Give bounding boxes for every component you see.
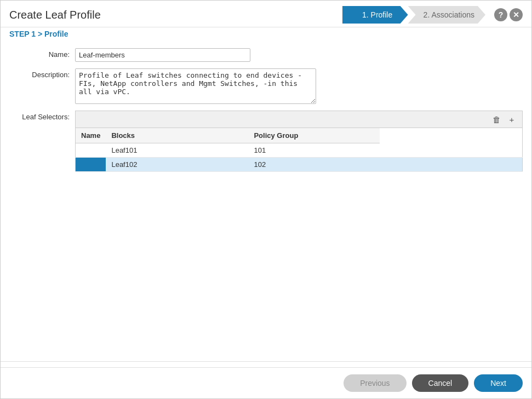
description-input[interactable]: Profile of Leaf switches connecting to e… bbox=[75, 68, 316, 104]
cell-blocks: 102 bbox=[248, 158, 380, 172]
header-icons: 1. Profile 2. Associations ? ✕ bbox=[342, 6, 523, 24]
step-container: 1. Profile 2. Associations bbox=[342, 6, 485, 24]
cell-policy-group bbox=[380, 143, 522, 158]
step-2-associations[interactable]: 2. Associations bbox=[408, 6, 485, 24]
leaf-selectors-row: Leaf Selectors: 🗑 + bbox=[9, 111, 523, 172]
previous-button[interactable]: Previous bbox=[344, 374, 406, 392]
col-header-policy-group: Policy Group bbox=[248, 128, 380, 143]
create-leaf-profile-dialog: Create Leaf Profile 1. Profile 2. Associ… bbox=[0, 0, 532, 399]
cell-policy-group bbox=[380, 158, 522, 172]
dialog-title: Create Leaf Profile bbox=[9, 9, 101, 21]
table-row[interactable]: Leaf102102 bbox=[76, 158, 523, 172]
dialog-footer: Previous Cancel Next bbox=[1, 367, 531, 398]
help-button[interactable]: ? bbox=[494, 8, 507, 21]
leaf-selectors-table-area: 🗑 + Name Blocks Policy Group bbox=[75, 111, 523, 172]
dialog-header: Create Leaf Profile 1. Profile 2. Associ… bbox=[1, 1, 531, 27]
leaf-selectors-label: Leaf Selectors: bbox=[9, 111, 75, 121]
description-label: Description: bbox=[9, 68, 75, 79]
table-toolbar: 🗑 + bbox=[75, 111, 523, 128]
table-row[interactable]: Leaf101101 bbox=[76, 143, 523, 158]
wizard-steps: 1. Profile 2. Associations bbox=[342, 6, 485, 24]
leaf-selectors-table: Name Blocks Policy Group Leaf101101Leaf1… bbox=[75, 128, 523, 172]
name-label: Name: bbox=[9, 48, 75, 59]
row-selected-indicator bbox=[76, 158, 106, 172]
next-button[interactable]: Next bbox=[474, 374, 523, 392]
cancel-button[interactable]: Cancel bbox=[412, 374, 469, 392]
col-header-name: Name bbox=[76, 128, 106, 143]
cell-name: Leaf101 bbox=[106, 143, 248, 158]
dialog-body: STEP 1 > Profile Name: Description: Prof… bbox=[1, 27, 531, 356]
col-header-blocks: Blocks bbox=[106, 128, 248, 143]
breadcrumb-area: STEP 1 > Profile bbox=[1, 27, 531, 44]
delete-icon: 🗑 bbox=[493, 115, 501, 124]
close-button[interactable]: ✕ bbox=[510, 8, 523, 21]
name-input[interactable] bbox=[75, 48, 250, 62]
description-row: Description: Profile of Leaf switches co… bbox=[9, 68, 523, 104]
footer-divider bbox=[1, 361, 531, 362]
step-1-profile[interactable]: 1. Profile bbox=[342, 6, 408, 24]
add-icon: + bbox=[510, 115, 514, 124]
table-header-row: Name Blocks Policy Group bbox=[76, 128, 523, 143]
cell-name: Leaf102 bbox=[106, 158, 248, 172]
name-row: Name: bbox=[9, 48, 523, 62]
cell-blocks: 101 bbox=[248, 143, 380, 158]
breadcrumb: STEP 1 > Profile bbox=[9, 30, 68, 38]
add-selector-button[interactable]: + bbox=[506, 113, 518, 125]
form-area: Name: Description: Profile of Leaf switc… bbox=[1, 44, 531, 356]
delete-selector-button[interactable]: 🗑 bbox=[490, 113, 502, 125]
row-selected-indicator bbox=[76, 143, 106, 158]
